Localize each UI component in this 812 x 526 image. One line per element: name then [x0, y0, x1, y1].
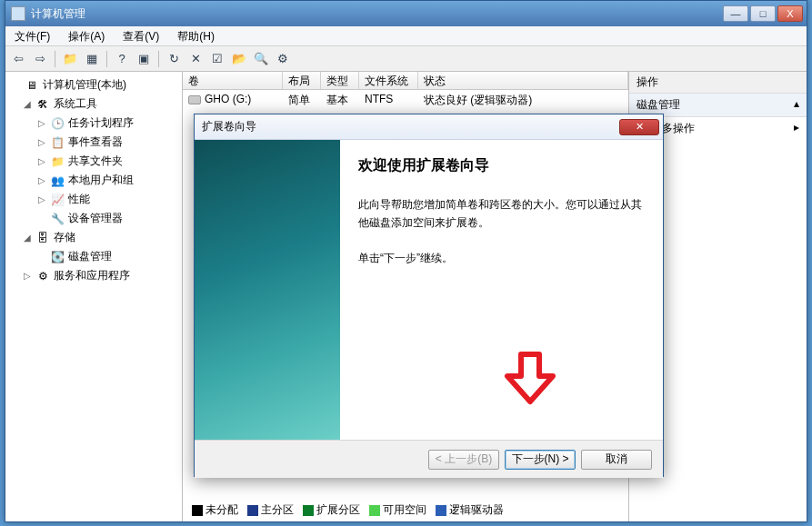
device-icon: 🔧	[50, 213, 65, 225]
wizard-title: 扩展卷向导	[202, 119, 256, 134]
tree-services[interactable]: ▷⚙服务和应用程序	[5, 266, 182, 285]
delete-icon[interactable]: ✕	[186, 50, 205, 68]
clock-icon: 🕒	[50, 117, 65, 130]
table-row[interactable]: GHO (G:) 简单 基本 NTFS 状态良好 (逻辑驱动器)	[183, 90, 628, 111]
legend-logical: 逻辑驱动器	[436, 502, 504, 518]
menu-help[interactable]: 帮助(H)	[168, 26, 224, 45]
forward-icon[interactable]: ⇨	[31, 50, 49, 68]
open-icon[interactable]: 📂	[230, 50, 248, 68]
computer-icon: 🖥	[25, 79, 39, 92]
legend-extended: 扩展分区	[303, 502, 360, 518]
col-fs[interactable]: 文件系统	[359, 72, 418, 89]
wizard-close-button[interactable]: ✕	[619, 119, 659, 135]
drive-icon	[188, 95, 201, 104]
search-icon[interactable]: 🔍	[252, 50, 270, 68]
tree-systools[interactable]: ◢🛠系统工具	[5, 94, 182, 114]
settings-icon[interactable]: ⚙	[274, 50, 292, 68]
tree-root[interactable]: 🖥计算机管理(本地)	[5, 75, 182, 94]
wizard-para1: 此向导帮助您增加简单卷和跨区卷的大小。您可以通过从其他磁盘添加空间来扩展卷。	[358, 195, 645, 233]
tree-localusers[interactable]: ▷👥本地用户和组	[5, 171, 182, 190]
extend-volume-wizard: 扩展卷向导 ✕ 欢迎使用扩展卷向导 此向导帮助您增加简单卷和跨区卷的大小。您可以…	[194, 114, 664, 477]
maximize-button[interactable]: □	[750, 5, 776, 22]
menubar: 文件(F) 操作(A) 查看(V) 帮助(H)	[5, 26, 807, 46]
wizard-heading: 欢迎使用扩展卷向导	[358, 156, 645, 175]
next-button[interactable]: 下一步(N) >	[505, 450, 576, 470]
properties-icon[interactable]: ☑	[208, 50, 226, 68]
wizard-main: 欢迎使用扩展卷向导 此向导帮助您增加简单卷和跨区卷的大小。您可以通过从其他磁盘添…	[340, 140, 663, 440]
toolbar: ⇦ ⇨ 📁 ▦ ? ▣ ↻ ✕ ☑ 📂 🔍 ⚙	[5, 46, 807, 72]
close-button[interactable]: X	[777, 5, 803, 22]
window-title: 计算机管理	[31, 6, 723, 22]
tree-shared[interactable]: ▷📁共享文件夹	[5, 152, 182, 171]
legend-primary: 主分区	[247, 502, 294, 518]
minimize-button[interactable]: —	[723, 5, 748, 22]
wizard-titlebar[interactable]: 扩展卷向导 ✕	[195, 114, 663, 140]
tools-icon: 🛠	[35, 98, 50, 111]
wizard-para2: 单击“下一步”继续。	[358, 249, 645, 267]
tree-devmgr[interactable]: 🔧设备管理器	[5, 209, 182, 228]
wizard-body: 欢迎使用扩展卷向导 此向导帮助您增加简单卷和跨区卷的大小。您可以通过从其他磁盘添…	[195, 140, 663, 440]
list-header: 卷 布局 类型 文件系统 状态	[183, 72, 628, 90]
up-icon[interactable]: 📁	[61, 50, 79, 68]
col-type[interactable]: 类型	[321, 72, 359, 89]
users-icon: 👥	[50, 174, 65, 187]
tree-storage[interactable]: ◢🗄存储	[5, 228, 182, 247]
col-status[interactable]: 状态	[418, 72, 628, 89]
cell-vol: GHO (G:)	[183, 92, 283, 109]
tree-panel[interactable]: 🖥计算机管理(本地) ◢🛠系统工具 ▷🕒任务计划程序 ▷📋事件查看器 ▷📁共享文…	[5, 72, 183, 521]
tree-diskmgmt[interactable]: 💽磁盘管理	[5, 247, 182, 266]
help-icon[interactable]: ?	[113, 50, 131, 68]
perf-icon: 📈	[50, 194, 65, 206]
actions-title: 操作	[629, 72, 807, 94]
event-icon: 📋	[50, 136, 65, 149]
window-buttons: — □ X	[723, 5, 803, 22]
menu-action[interactable]: 操作(A)	[59, 26, 114, 45]
wizard-sidebar-image	[195, 140, 340, 440]
app-icon	[11, 6, 25, 21]
col-layout[interactable]: 布局	[283, 72, 321, 89]
panel-icon[interactable]: ▣	[135, 50, 153, 68]
grid-icon[interactable]: ▦	[83, 50, 101, 68]
collapse-icon: ▴	[794, 97, 799, 113]
tree-eventviewer[interactable]: ▷📋事件查看器	[5, 133, 182, 152]
back-icon[interactable]: ⇦	[9, 50, 27, 68]
back-button: < 上一步(B)	[428, 450, 499, 470]
legend-unalloc: 未分配	[192, 502, 238, 518]
folder-icon: 📁	[50, 155, 65, 168]
cancel-button[interactable]: 取消	[581, 450, 652, 470]
legend-free: 可用空间	[369, 502, 426, 518]
refresh-icon[interactable]: ↻	[165, 50, 183, 68]
legend: 未分配 主分区 扩展分区 可用空间 逻辑驱动器	[192, 502, 504, 518]
menu-view[interactable]: 查看(V)	[114, 26, 168, 45]
menu-file[interactable]: 文件(F)	[5, 26, 59, 45]
storage-icon: 🗄	[35, 232, 50, 244]
services-icon: ⚙	[35, 270, 50, 283]
tree-scheduler[interactable]: ▷🕒任务计划程序	[5, 114, 182, 133]
col-volume[interactable]: 卷	[183, 72, 283, 89]
titlebar[interactable]: 计算机管理 — □ X	[5, 1, 807, 26]
tree-perf[interactable]: ▷📈性能	[5, 190, 182, 209]
disk-icon: 💽	[50, 251, 65, 263]
wizard-footer: < 上一步(B) 下一步(N) > 取消	[195, 440, 663, 478]
chevron-right-icon: ▸	[794, 121, 799, 136]
